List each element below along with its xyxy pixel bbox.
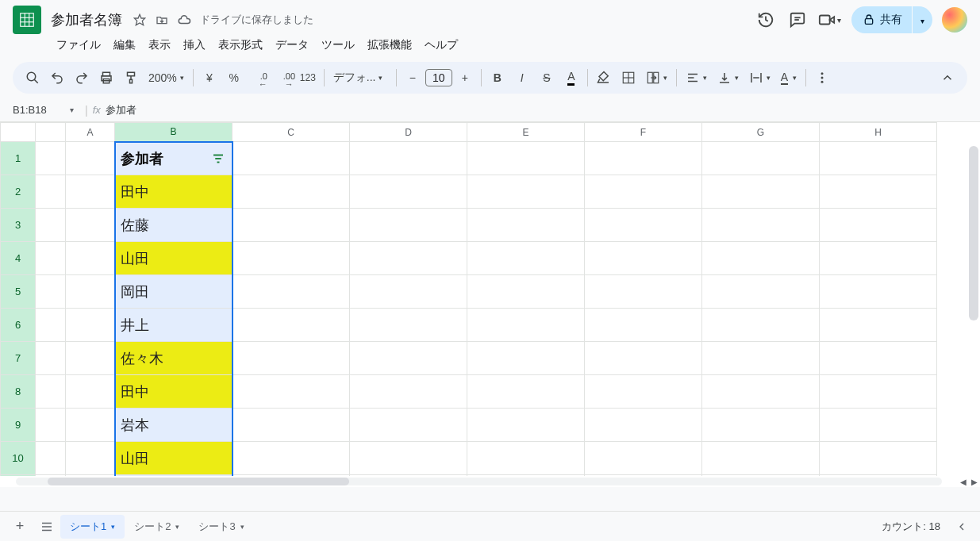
share-dropdown[interactable]: ▾ — [913, 6, 932, 33]
menu-拡張機能[interactable]: 拡張機能 — [362, 36, 417, 55]
sheet-tab[interactable]: シート1▾ — [60, 515, 125, 539]
cell[interactable] — [350, 342, 467, 375]
history-icon[interactable] — [751, 6, 780, 34]
zoom-select[interactable]: 200%▾ — [144, 66, 189, 90]
cell[interactable]: 山田 — [115, 442, 233, 475]
column-header[interactable]: G — [702, 123, 820, 142]
percent-button[interactable]: % — [222, 66, 246, 90]
explore-button[interactable] — [950, 515, 974, 539]
cell[interactable] — [585, 409, 702, 442]
cell[interactable] — [350, 309, 467, 342]
row-header[interactable]: 3 — [1, 209, 36, 242]
menu-編集[interactable]: 編集 — [108, 36, 141, 55]
cell[interactable] — [233, 309, 350, 342]
status-count[interactable]: カウント: 18 — [872, 520, 950, 534]
cell[interactable] — [702, 342, 820, 375]
cell[interactable] — [233, 242, 350, 275]
cell[interactable] — [467, 275, 585, 309]
filter-icon[interactable] — [211, 152, 225, 166]
cell[interactable]: 田中 — [115, 375, 233, 409]
cell[interactable] — [66, 175, 115, 209]
column-header[interactable]: C — [233, 123, 350, 142]
cell[interactable] — [820, 275, 937, 309]
cell[interactable] — [66, 275, 115, 309]
cell[interactable] — [66, 342, 115, 375]
cell[interactable] — [66, 142, 115, 175]
chevron-down-icon[interactable]: ▾ — [240, 523, 244, 531]
cell[interactable] — [820, 209, 937, 242]
increase-decimal-button[interactable]: .00→ — [271, 66, 295, 90]
cell[interactable] — [820, 242, 937, 275]
cell[interactable] — [702, 309, 820, 342]
decrease-font-button[interactable]: − — [401, 66, 425, 90]
menu-ヘルプ[interactable]: ヘルプ — [419, 36, 463, 55]
undo-button[interactable] — [45, 66, 69, 90]
italic-button[interactable]: I — [510, 66, 534, 90]
increase-font-button[interactable]: + — [453, 66, 477, 90]
text-color-button[interactable]: A — [559, 66, 583, 90]
fill-color-button[interactable] — [592, 66, 616, 90]
comments-icon[interactable] — [783, 6, 812, 34]
font-family-select[interactable]: デフォ...▾ — [329, 66, 392, 90]
row-header[interactable]: 1 — [1, 142, 36, 175]
sheet-tab[interactable]: シート3▾ — [189, 515, 253, 539]
cell[interactable] — [702, 275, 820, 309]
cell[interactable] — [66, 442, 115, 475]
cell[interactable]: 参加者 — [115, 142, 233, 175]
cell[interactable] — [467, 242, 585, 275]
cell[interactable]: 岩本 — [115, 409, 233, 442]
meet-button[interactable]: ▾ — [815, 6, 844, 34]
cell[interactable] — [585, 175, 702, 209]
cell[interactable] — [467, 209, 585, 242]
v-align-button[interactable]: ▾ — [713, 66, 744, 90]
print-button[interactable] — [94, 66, 118, 90]
decrease-decimal-button[interactable]: .0← — [247, 66, 271, 90]
row-header[interactable]: 2 — [1, 175, 36, 209]
cell[interactable] — [350, 142, 467, 175]
cell[interactable] — [233, 275, 350, 309]
cell[interactable] — [702, 442, 820, 475]
search-menus-icon[interactable] — [21, 66, 44, 90]
strikethrough-button[interactable]: S — [535, 66, 559, 90]
cell[interactable] — [585, 342, 702, 375]
collapse-toolbar-icon[interactable] — [936, 66, 959, 90]
column-header[interactable]: E — [467, 123, 585, 142]
cell[interactable] — [820, 342, 937, 375]
row-header[interactable]: 7 — [1, 342, 36, 375]
h-align-button[interactable]: ▾ — [681, 66, 712, 90]
menu-表示[interactable]: 表示 — [143, 36, 176, 55]
cell[interactable] — [350, 375, 467, 409]
menu-挿入[interactable]: 挿入 — [178, 36, 211, 55]
cell[interactable] — [585, 242, 702, 275]
cell[interactable] — [702, 409, 820, 442]
cell[interactable] — [233, 375, 350, 409]
horizontal-scrollbar[interactable] — [16, 478, 942, 485]
cell[interactable] — [233, 209, 350, 242]
more-toolbar-icon[interactable] — [810, 66, 834, 90]
cell[interactable] — [350, 409, 467, 442]
add-sheet-button[interactable]: + — [6, 515, 33, 539]
document-title[interactable]: 参加者名簿 — [51, 10, 122, 29]
row-header[interactable]: 10 — [1, 442, 36, 475]
borders-button[interactable] — [617, 66, 640, 90]
name-box-dropdown[interactable]: ▾ — [70, 106, 74, 114]
move-icon[interactable] — [154, 12, 170, 28]
formula-input[interactable]: 参加者 — [106, 103, 136, 117]
cell[interactable]: 佐藤 — [115, 209, 233, 242]
cell[interactable]: 岡田 — [115, 275, 233, 309]
rotate-button[interactable]: A▾ — [776, 66, 801, 90]
cell[interactable] — [66, 409, 115, 442]
cell[interactable] — [820, 175, 937, 209]
row-header[interactable]: 5 — [1, 275, 36, 309]
wrap-button[interactable]: ▾ — [744, 66, 775, 90]
chevron-down-icon[interactable]: ▾ — [111, 523, 115, 531]
cell[interactable] — [350, 242, 467, 275]
cell[interactable] — [585, 275, 702, 309]
vertical-scrollbar[interactable] — [969, 146, 978, 320]
bold-button[interactable]: B — [486, 66, 509, 90]
cell[interactable] — [350, 175, 467, 209]
sheets-app-icon[interactable] — [13, 6, 41, 34]
cell[interactable] — [702, 375, 820, 409]
select-all-corner[interactable] — [1, 123, 36, 142]
cell[interactable] — [467, 375, 585, 409]
